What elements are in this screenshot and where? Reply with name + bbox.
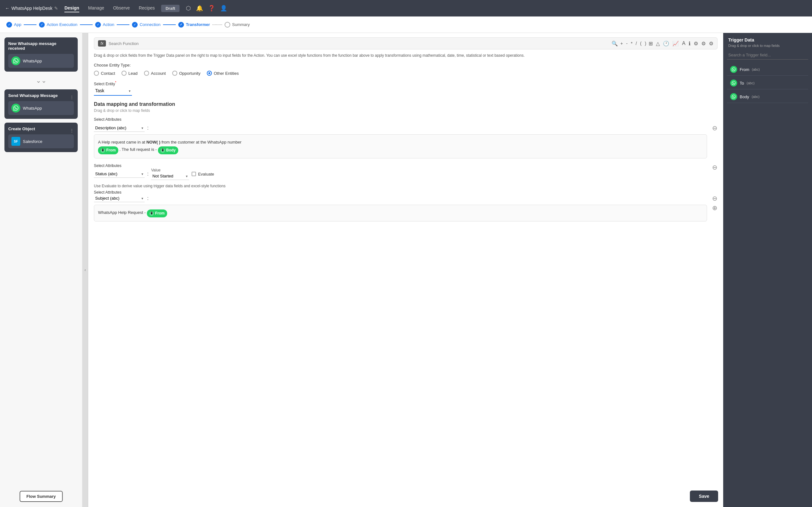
evaluate-checkbox-row[interactable]: Evaluate bbox=[192, 172, 214, 176]
add-attribute-button[interactable]: ⊕ bbox=[712, 204, 717, 212]
back-button[interactable]: ← WhatsApp HelpDesk ✎ bbox=[5, 6, 58, 11]
from-tag-label-1: From bbox=[106, 147, 116, 154]
op-divide[interactable]: / bbox=[636, 41, 637, 46]
action-card-1-header: Send Whatsapp Message ⋮ bbox=[8, 93, 74, 101]
trigger-field-to-name: To bbox=[740, 81, 744, 86]
op-minus[interactable]: - bbox=[626, 41, 628, 46]
trigger-card-app[interactable]: WhatsApp bbox=[8, 54, 74, 68]
select-attributes-label-1: Select Attributes bbox=[94, 117, 121, 122]
settings-icon-3[interactable]: ⚙ bbox=[709, 41, 713, 47]
radio-other-entities[interactable]: Other Entities bbox=[207, 71, 239, 76]
action-card-2-menu-icon[interactable]: ⋮ bbox=[70, 128, 74, 133]
op-close-paren[interactable]: ) bbox=[645, 41, 647, 46]
pencil-icon[interactable]: ✎ bbox=[54, 6, 58, 11]
tab-observe[interactable]: Observe bbox=[113, 4, 130, 12]
text-icon[interactable]: A bbox=[682, 41, 686, 46]
trigger-field-to[interactable]: To (abc) bbox=[727, 77, 808, 89]
action-card-1-app[interactable]: WhatsApp bbox=[8, 101, 74, 115]
op-multiply[interactable]: * bbox=[631, 41, 632, 46]
whatsapp-mini-icon-1: 📱 bbox=[101, 148, 105, 153]
status-value-select[interactable]: Not Started bbox=[151, 172, 189, 180]
chart-icon[interactable]: △ bbox=[656, 41, 660, 47]
wizard-dot-transformer: ✓ bbox=[178, 22, 184, 27]
wizard-dot-app: ✓ bbox=[6, 22, 12, 27]
evaluate-checkbox[interactable] bbox=[192, 172, 196, 176]
chevron-down-icon: ⌄⌄ bbox=[4, 75, 78, 86]
action-card-2: Create Object ⋮ SF Salesforce bbox=[4, 123, 78, 152]
function-bar: fx 🔍 + - * / ( ) ⊞ △ 🕐 📈 A ℹ ⚙ ⚙ ⚙ bbox=[94, 38, 717, 49]
radio-account[interactable]: Account bbox=[144, 71, 166, 76]
status-select[interactable]: Status (abc) bbox=[94, 170, 145, 178]
tab-recipes[interactable]: Recipes bbox=[139, 4, 155, 12]
op-plus[interactable]: + bbox=[620, 41, 623, 46]
top-nav: ← WhatsApp HelpDesk ✎ Design Manage Obse… bbox=[0, 0, 812, 16]
wizard-step-connection[interactable]: ✓ Connection bbox=[132, 22, 160, 27]
description-select[interactable]: Description (abc) bbox=[94, 124, 145, 132]
radio-contact-dot bbox=[94, 71, 99, 76]
tab-design[interactable]: Design bbox=[64, 4, 79, 12]
search-icon[interactable]: 🔍 bbox=[612, 41, 618, 47]
action-card-1-menu-icon[interactable]: ⋮ bbox=[70, 95, 74, 100]
remove-subject-button[interactable]: ⊖ bbox=[712, 194, 717, 202]
tab-manage[interactable]: Manage bbox=[88, 4, 104, 12]
wizard-step-summary[interactable]: Summary bbox=[224, 22, 250, 27]
wizard-step-app[interactable]: ✓ App bbox=[6, 22, 21, 27]
settings-icon-1[interactable]: ⚙ bbox=[694, 41, 698, 47]
select-attributes-label-2: Select Attributes bbox=[94, 164, 707, 168]
description-mapping-box[interactable]: A Help request came in at NOW( ) from th… bbox=[94, 134, 707, 158]
whatsapp-from-icon bbox=[730, 66, 737, 73]
settings-icon-2[interactable]: ⚙ bbox=[701, 41, 706, 47]
radio-lead-dot bbox=[121, 71, 126, 76]
action-card-2-app[interactable]: SF Salesforce bbox=[8, 134, 74, 148]
whatsapp-action1-icon bbox=[11, 104, 20, 112]
grid-icon[interactable]: ⊞ bbox=[649, 41, 653, 47]
trigger-field-from-type: (abc) bbox=[752, 67, 760, 71]
subject-mapping-box[interactable]: WhatsApp Help Request - 📱 From bbox=[94, 205, 707, 222]
from-tag-1[interactable]: 📱 From bbox=[98, 147, 118, 155]
wizard-step-action-exec[interactable]: ✓ Action Execution bbox=[39, 22, 78, 27]
save-button[interactable]: Save bbox=[690, 491, 718, 502]
from-tag-2[interactable]: 📱 From bbox=[147, 210, 167, 218]
instruction-text: Drag & drop or click fields from the Tri… bbox=[94, 53, 717, 58]
op-open-paren[interactable]: ( bbox=[640, 41, 642, 46]
colon-3: : bbox=[147, 195, 148, 201]
trigger-field-to-type: (abc) bbox=[747, 81, 755, 85]
trigger-panel-title: Trigger Data bbox=[728, 38, 807, 43]
radio-opportunity[interactable]: Opportunity bbox=[172, 71, 200, 76]
trigger-field-body[interactable]: Body (abc) bbox=[727, 91, 808, 103]
remove-description-button[interactable]: ⊖ bbox=[712, 124, 717, 132]
external-link-icon[interactable]: ⬡ bbox=[186, 5, 191, 12]
nav-icons: ⬡ 🔔 ❓ 👤 bbox=[186, 5, 227, 12]
bell-icon[interactable]: 🔔 bbox=[196, 5, 203, 12]
help-icon[interactable]: ❓ bbox=[208, 5, 215, 12]
wizard-connector-2 bbox=[80, 24, 93, 25]
wizard-step-app-label: App bbox=[14, 22, 21, 27]
user-icon[interactable]: 👤 bbox=[220, 5, 227, 12]
radio-other-entities-dot bbox=[207, 71, 212, 76]
subject-select[interactable]: Subject (abc) bbox=[94, 194, 145, 202]
remove-status-button[interactable]: ⊖ bbox=[712, 164, 717, 171]
clock-icon[interactable]: 🕐 bbox=[663, 41, 669, 47]
data-mapping-title: Data mapping and transformation bbox=[94, 101, 717, 107]
trigger-search-input[interactable] bbox=[727, 51, 808, 60]
collapse-arrow-icon: ‹ bbox=[85, 268, 86, 272]
select-attributes-label-3: Select Attributes bbox=[94, 190, 717, 194]
main-layout: New Whatsapp message received WhatsApp ⌄… bbox=[0, 33, 812, 507]
function-search-input[interactable] bbox=[108, 41, 609, 46]
data-mapping-subtitle: Drag & drop or click to map fields bbox=[94, 108, 717, 113]
trend-icon[interactable]: 📈 bbox=[672, 41, 679, 47]
body-tag[interactable]: 📱 Body bbox=[158, 147, 178, 155]
action-card-1: Send Whatsapp Message ⋮ WhatsApp bbox=[4, 89, 78, 119]
entity-select[interactable]: Task bbox=[94, 86, 132, 96]
trigger-field-from[interactable]: From (abc) bbox=[727, 63, 808, 76]
flow-summary-button[interactable]: Flow Summary bbox=[19, 491, 62, 502]
collapse-handle[interactable]: ‹ bbox=[83, 33, 88, 507]
wizard-step-action[interactable]: ✓ Action bbox=[95, 22, 114, 27]
description-select-row: Description (abc) : bbox=[94, 124, 707, 132]
radio-contact[interactable]: Contact bbox=[94, 71, 115, 76]
radio-lead[interactable]: Lead bbox=[121, 71, 138, 76]
info-icon[interactable]: ℹ bbox=[689, 41, 691, 47]
left-sidebar: New Whatsapp message received WhatsApp ⌄… bbox=[0, 33, 83, 507]
subject-select-row: Subject (abc) : bbox=[94, 194, 707, 202]
wizard-step-transformer[interactable]: ✓ Transformer bbox=[178, 22, 210, 27]
